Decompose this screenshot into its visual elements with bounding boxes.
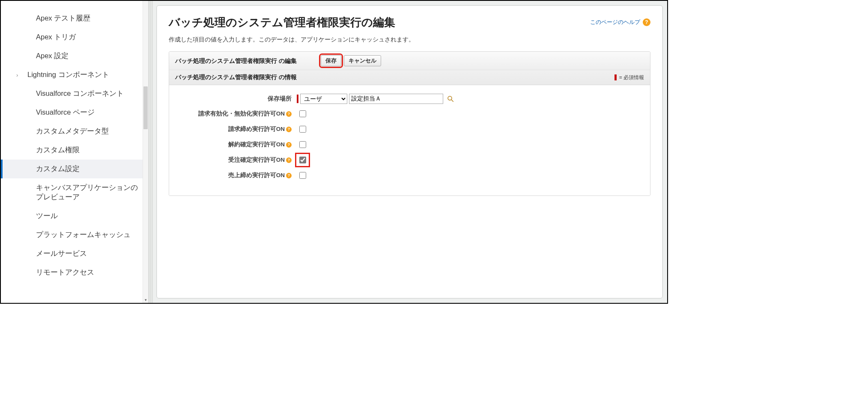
sidebar-item-2[interactable]: Apex 設定 bbox=[1, 47, 148, 65]
page-block: バッチ処理のシステム管理者権限実行 の編集 保存 キャンセル バッチ処理のシステ… bbox=[169, 51, 650, 196]
help-link[interactable]: このページのヘルプ ? bbox=[590, 18, 650, 26]
form-area: 保存場所 ユーザ bbox=[169, 85, 650, 196]
row-cb2: 請求締め実行許可ON ? bbox=[175, 124, 644, 135]
sidebar-item-label: Lightning コンポーネント bbox=[27, 70, 109, 80]
sidebar-item-13[interactable]: リモートアクセス bbox=[1, 263, 148, 282]
row-cb4: 受注確定実行許可ON ? bbox=[175, 154, 644, 166]
label-cb3: 解約確定実行許可ON ? bbox=[175, 141, 292, 148]
required-bar-icon bbox=[614, 74, 617, 80]
checkbox-cb5[interactable] bbox=[299, 172, 306, 179]
sidebar-item-5[interactable]: Visualforce ページ bbox=[1, 103, 148, 122]
app-root: Apex テスト履歴Apex トリガApex 設定›Lightning コンポー… bbox=[0, 0, 668, 304]
help-icon[interactable]: ? bbox=[286, 157, 292, 163]
checkbox-cb1[interactable] bbox=[299, 110, 306, 117]
sidebar-item-0[interactable]: Apex テスト履歴 bbox=[1, 9, 148, 28]
sidebar-item-label: プラットフォームキャッシュ bbox=[36, 230, 131, 240]
label-cb1: 請求有効化・無効化実行許可ON ? bbox=[175, 110, 292, 118]
help-icon[interactable]: ? bbox=[286, 173, 292, 178]
label-location: 保存場所 bbox=[175, 95, 292, 103]
content-panel: バッチ処理のシステム管理者権限実行の編集 このページのヘルプ ? 作成した項目の… bbox=[156, 5, 663, 299]
main-area: バッチ処理のシステム管理者権限実行の編集 このページのヘルプ ? 作成した項目の… bbox=[149, 1, 667, 303]
sidebar-item-11[interactable]: プラットフォームキャッシュ bbox=[1, 225, 148, 244]
location-select[interactable]: ユーザ bbox=[300, 94, 347, 104]
sidebar-item-10[interactable]: ツール bbox=[1, 207, 148, 225]
scroll-arrow-down-icon[interactable]: ▾ bbox=[143, 297, 148, 303]
sidebar: Apex テスト履歴Apex トリガApex 設定›Lightning コンポー… bbox=[1, 1, 149, 303]
required-legend-text: = 必須情報 bbox=[619, 74, 644, 81]
required-legend: = 必須情報 bbox=[614, 74, 644, 81]
sidebar-scrollbar-thumb[interactable] bbox=[143, 86, 148, 129]
sidebar-item-label: Apex テスト履歴 bbox=[36, 14, 90, 23]
sidebar-item-label: ツール bbox=[36, 211, 58, 221]
lookup-icon[interactable] bbox=[447, 95, 454, 103]
sidebar-item-1[interactable]: Apex トリガ bbox=[1, 28, 148, 47]
sidebar-item-label: カスタムメタデータ型 bbox=[36, 127, 109, 136]
sidebar-item-4[interactable]: Visualforce コンポーネント bbox=[1, 84, 148, 103]
sidebar-item-label: Visualforce ページ bbox=[36, 108, 95, 117]
page-block-header: バッチ処理のシステム管理者権限実行 の編集 保存 キャンセル bbox=[169, 52, 650, 70]
sidebar-item-label: メールサービス bbox=[36, 249, 87, 258]
label-cb2: 請求締め実行許可ON ? bbox=[175, 125, 292, 133]
sidebar-item-3[interactable]: ›Lightning コンポーネント bbox=[1, 65, 148, 84]
svg-line-1 bbox=[451, 100, 453, 102]
sidebar-item-label: Apex 設定 bbox=[36, 51, 69, 61]
checkbox-cb2[interactable] bbox=[299, 126, 306, 133]
checkbox-cb3[interactable] bbox=[299, 141, 306, 148]
section-header: バッチ処理のシステム管理者権限実行 の情報 = 必須情報 bbox=[169, 70, 650, 85]
cancel-button[interactable]: キャンセル bbox=[344, 55, 381, 66]
field-location: ユーザ bbox=[297, 94, 454, 104]
sidebar-item-label: カスタム権限 bbox=[36, 145, 80, 155]
row-cb1: 請求有効化・無効化実行許可ON ? bbox=[175, 108, 644, 119]
row-location: 保存場所 ユーザ bbox=[175, 94, 644, 104]
row-cb3: 解約確定実行許可ON ? bbox=[175, 139, 644, 150]
page-block-title: バッチ処理のシステム管理者権限実行 の編集 bbox=[175, 57, 308, 65]
sidebar-item-7[interactable]: カスタム権限 bbox=[1, 141, 148, 160]
svg-point-0 bbox=[448, 96, 452, 100]
location-name-input[interactable] bbox=[349, 94, 443, 104]
sidebar-item-label: キャンバスアプリケーションのプレビューア bbox=[36, 183, 144, 202]
sidebar-list: Apex テスト履歴Apex トリガApex 設定›Lightning コンポー… bbox=[1, 1, 148, 303]
required-bar-icon bbox=[297, 95, 298, 103]
help-link-text: このページのヘルプ bbox=[590, 18, 640, 26]
save-button[interactable]: 保存 bbox=[321, 55, 341, 66]
sidebar-item-label: Apex トリガ bbox=[36, 33, 76, 42]
help-icon[interactable]: ? bbox=[286, 111, 292, 117]
label-cb5: 売上締め実行許可ON ? bbox=[175, 172, 292, 179]
sidebar-scrollbar[interactable]: ▾ bbox=[143, 1, 148, 303]
section-title: バッチ処理のシステム管理者権限実行 の情報 bbox=[175, 74, 297, 81]
sidebar-item-8[interactable]: カスタム設定 bbox=[1, 160, 148, 178]
sidebar-item-label: Visualforce コンポーネント bbox=[36, 89, 124, 98]
help-icon: ? bbox=[643, 18, 650, 26]
sidebar-item-6[interactable]: カスタムメタデータ型 bbox=[1, 122, 148, 141]
chevron-right-icon: › bbox=[16, 72, 18, 78]
action-buttons: 保存 キャンセル bbox=[321, 55, 381, 66]
page-title: バッチ処理のシステム管理者権限実行の編集 bbox=[169, 15, 395, 30]
help-icon[interactable]: ? bbox=[286, 127, 292, 132]
label-cb4: 受注確定実行許可ON ? bbox=[175, 156, 292, 164]
panel-header: バッチ処理のシステム管理者権限実行の編集 このページのヘルプ ? bbox=[169, 15, 650, 36]
checkbox-cb4[interactable] bbox=[299, 157, 306, 163]
page-description: 作成した項目の値を入力します。このデータは、アプリケーションにキャッシュされます… bbox=[169, 36, 650, 44]
sidebar-item-9[interactable]: キャンバスアプリケーションのプレビューア bbox=[1, 178, 148, 207]
sidebar-item-label: リモートアクセス bbox=[36, 268, 94, 277]
sidebar-item-label: カスタム設定 bbox=[36, 164, 80, 174]
row-cb5: 売上締め実行許可ON ? bbox=[175, 170, 644, 181]
help-icon[interactable]: ? bbox=[286, 142, 292, 148]
sidebar-item-12[interactable]: メールサービス bbox=[1, 244, 148, 263]
